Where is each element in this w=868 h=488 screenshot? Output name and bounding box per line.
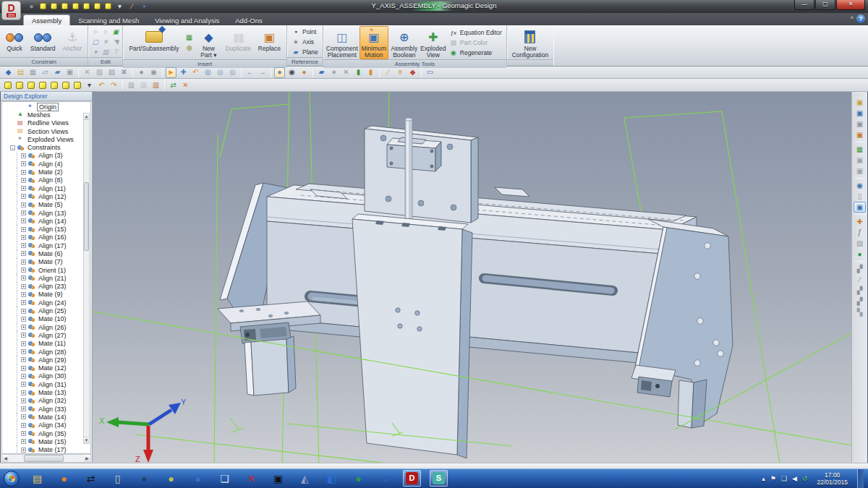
toolbar-icon[interactable] <box>271 68 271 77</box>
taskbar-teamviewer[interactable]: ◧ <box>323 470 341 487</box>
taskbar-camera[interactable]: ▣ <box>269 470 287 487</box>
tree-item[interactable]: Section Views <box>2 127 90 135</box>
tree-expander[interactable]: + <box>21 284 26 289</box>
next-view-icon[interactable]: → <box>257 67 268 78</box>
tree-expander[interactable]: + <box>21 243 26 248</box>
tree-item[interactable]: + Align (35) <box>2 429 90 437</box>
tree-expander[interactable]: + <box>21 292 26 297</box>
replace-button[interactable]: ▣ Replace <box>255 26 284 59</box>
grid-icon[interactable]: ✕ <box>341 67 352 78</box>
tree-item[interactable]: Exploded Views <box>2 135 90 143</box>
close-button[interactable]: ✕ <box>836 0 865 10</box>
minimum-motion-button[interactable]: ▣≈ Minimum Motion <box>359 26 388 59</box>
tree-expander[interactable]: + <box>21 161 26 166</box>
tree-expander[interactable]: + <box>21 267 26 273</box>
snap-icon[interactable]: ∗ <box>328 67 339 78</box>
tree-expander[interactable]: + <box>21 406 26 411</box>
tree-item[interactable]: + Orient (1) <box>2 266 90 274</box>
dock-icon[interactable] <box>854 142 866 142</box>
toolbar-icon[interactable] <box>164 80 165 90</box>
tree-item[interactable]: + Mate (9) <box>2 291 90 299</box>
rotate-view-icon[interactable]: ↶ <box>190 67 201 78</box>
tree-expander[interactable]: + <box>21 202 26 207</box>
dock-mirror-icon[interactable]: ▣ <box>854 155 866 166</box>
dock-align-mate-icon[interactable]: ▞ <box>854 263 866 274</box>
edit-tool-ok-icon[interactable]: ▣ <box>111 27 120 36</box>
tree-expander[interactable]: + <box>21 178 26 183</box>
dock-new-part-icon[interactable]: ▣ <box>854 108 866 119</box>
dock-part-subassembly-icon[interactable]: ▣ <box>854 97 866 108</box>
mouse-mode-3-icon[interactable]: ▥ <box>150 80 161 90</box>
view-front-icon[interactable] <box>16 82 23 89</box>
tree-item[interactable]: + Align (12) <box>2 192 90 200</box>
taskbar-modeler[interactable]: ● <box>162 470 180 487</box>
tree-item[interactable]: + Align (4) <box>2 160 90 168</box>
tree-item[interactable]: + Mate (5) <box>2 201 90 209</box>
tray-caret-icon[interactable]: ▴ <box>762 475 765 482</box>
taskbar-red-app[interactable]: ✕ <box>242 470 260 487</box>
standard-constrain-button[interactable]: Standard <box>27 26 59 57</box>
tree-item[interactable]: - Constraints <box>2 143 90 151</box>
taskbar-firefox[interactable]: ● <box>55 470 73 487</box>
show-desktop-button[interactable] <box>857 468 864 488</box>
view-iso-icon[interactable] <box>4 82 12 89</box>
tree-expander[interactable]: + <box>21 431 26 436</box>
toolbar-icon[interactable] <box>312 68 313 77</box>
previous-view-icon[interactable]: ← <box>244 67 255 78</box>
tree-item[interactable]: Origin <box>2 103 90 111</box>
tree-expander[interactable]: + <box>21 260 26 265</box>
taskbar-green-app[interactable]: ● <box>349 470 367 487</box>
tree-expander[interactable]: + <box>21 309 26 314</box>
rotate-right-icon[interactable]: ↷ <box>109 80 119 90</box>
tree-item[interactable]: + Align (27) <box>2 331 90 339</box>
tree-expander[interactable] <box>10 137 15 142</box>
library-green-icon[interactable]: ▮ <box>353 67 364 78</box>
save-icon[interactable]: ▦ <box>27 67 38 78</box>
library-orange-icon[interactable]: ▮ <box>365 67 376 78</box>
tree-expander[interactable]: + <box>21 227 26 232</box>
assembly-boolean-button[interactable]: ⊕ Assembly Boolean <box>390 26 419 59</box>
taskbar-explorer[interactable]: ▤ <box>28 470 46 487</box>
dock-duplicate-icon[interactable]: ▣ <box>854 119 866 129</box>
hidden-line-icon[interactable]: ◉ <box>286 67 297 78</box>
tree-expander[interactable] <box>10 129 15 134</box>
scroll-thumb[interactable] <box>24 455 64 462</box>
tree-expander[interactable]: + <box>21 325 26 330</box>
edit-tool-tbar-icon[interactable]: ⊤ <box>111 47 120 56</box>
tray-flag-icon[interactable]: ⚑ <box>770 475 776 482</box>
part-color-button[interactable]: ▨ Part Color <box>449 38 502 48</box>
tree-item[interactable]: + Mate (10) <box>2 315 90 323</box>
dock-interference-icon[interactable]: ▚ <box>854 307 866 317</box>
tree-item[interactable]: + Align (33) <box>2 405 90 413</box>
tree-item[interactable]: + Align (17) <box>2 241 90 249</box>
dock-align-axes-icon[interactable]: ▞ <box>854 285 866 296</box>
delete-icon[interactable]: ✖ <box>119 67 129 78</box>
tray-volume-icon[interactable]: ◀ <box>792 475 797 482</box>
copy-icon[interactable]: ▥ <box>94 67 105 78</box>
toolbar-icon[interactable] <box>132 68 133 77</box>
tray-update-icon[interactable]: ↺ <box>802 475 808 482</box>
tree-item[interactable]: + Mate (7) <box>2 258 90 266</box>
tree-item[interactable]: + Align (3) <box>2 152 90 160</box>
quick-constrain-button[interactable]: Quick <box>3 26 26 57</box>
tree-expander[interactable]: + <box>21 186 26 191</box>
3d-viewport[interactable]: X Y Z ····· ▣▣▣▣▦▣▣◉▯▣✚ƒ▨●▞∕▞▞▚ <box>93 92 867 463</box>
render-mode-icon[interactable]: ● <box>274 67 285 78</box>
tree-expander[interactable]: + <box>21 349 26 354</box>
balance-icon[interactable]: ≡ <box>395 67 406 78</box>
help-icon[interactable]: ? <box>856 14 865 23</box>
edit-tool-arrow-icon[interactable]: ▾ <box>90 47 100 56</box>
tree-expander[interactable]: + <box>21 251 26 256</box>
start-button[interactable] <box>4 471 20 487</box>
tree-item[interactable]: + Mate (12) <box>2 364 90 372</box>
maximize-button[interactable]: ▢ <box>815 0 835 10</box>
view-top-icon[interactable] <box>62 82 69 89</box>
tree-item[interactable]: + Align (24) <box>2 299 90 307</box>
shaded-sphere-icon[interactable]: ● <box>136 67 147 78</box>
tree-item[interactable]: + Align (25) <box>2 307 90 314</box>
tree-expander[interactable]: + <box>21 357 26 362</box>
tree-expander[interactable]: + <box>21 439 26 444</box>
taskbar-geomagic-design[interactable]: D <box>403 470 421 487</box>
dock-regenerate-icon[interactable]: ● <box>854 249 866 260</box>
tree-horizontal-scrollbar[interactable]: ◀ ▶ <box>1 454 91 463</box>
